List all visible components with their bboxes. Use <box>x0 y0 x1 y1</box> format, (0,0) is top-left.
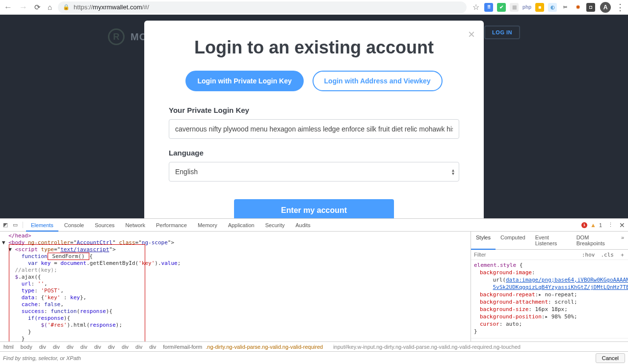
language-select[interactable] <box>169 162 459 182</box>
modal-title: Login to an existing account <box>169 37 459 58</box>
breadcrumb-item[interactable]: div <box>63 344 77 350</box>
home-icon[interactable]: ⌂ <box>48 3 52 11</box>
devtools-tab-console[interactable]: Console <box>59 219 89 231</box>
elements-breadcrumb[interactable]: htmlbodydivdivdivdivdivdivdivdivdivform#… <box>0 341 628 351</box>
extension-icon[interactable]: php <box>523 3 531 12</box>
back-icon[interactable]: ← <box>4 2 12 12</box>
devtools-status: 1 ▲ 1 ⋮ ✕ <box>581 221 625 229</box>
lock-icon: 🔒 <box>63 4 70 10</box>
cls-toggle[interactable]: .cls <box>598 252 617 258</box>
extension-icon[interactable]: ✂ <box>561 3 570 12</box>
close-icon[interactable]: × <box>468 27 475 41</box>
hov-toggle[interactable]: :hov <box>579 252 598 258</box>
styles-tab-dom-breakpoints[interactable]: DOM Breakpoints <box>572 232 617 249</box>
label-language: Language <box>169 149 459 157</box>
tab-private-key[interactable]: Login with Private Login Key <box>185 71 303 91</box>
styles-tab-event-listeners[interactable]: Event Listeners <box>530 232 572 249</box>
inspect-toggles: ◩ ▭ <box>3 222 23 228</box>
styles-tab-styles[interactable]: Styles <box>471 232 496 249</box>
devtools-panel: ◩ ▭ ElementsConsoleSourcesNetworkPerform… <box>0 218 628 364</box>
breadcrumb-item[interactable]: div <box>105 344 118 350</box>
find-input[interactable] <box>3 353 592 363</box>
style-block-element[interactable]: element.style { background-image: url(da… <box>471 260 628 338</box>
styles-tabs: StylesComputedEvent ListenersDOM Breakpo… <box>471 232 628 250</box>
inspect-icon[interactable]: ◩ <box>3 222 8 228</box>
login-modal: × Login to an existing account Login wit… <box>144 21 484 218</box>
extension-icon[interactable]: ◘ <box>586 3 595 12</box>
extension-icon[interactable]: ✱ <box>574 3 582 12</box>
devtools-menu-icon[interactable]: ⋮ <box>608 222 613 228</box>
styles-tab-computed[interactable]: Computed <box>496 232 530 249</box>
breadcrumb-item[interactable]: div <box>77 344 91 350</box>
devtools-tab-security[interactable]: Security <box>260 219 289 231</box>
devtools-tabs: ElementsConsoleSourcesNetworkPerformance… <box>26 219 581 231</box>
elements-tree[interactable]: </head> ▼ <body ng-controller="AccountCt… <box>0 232 471 341</box>
breadcrumb-item[interactable]: div <box>146 344 159 350</box>
breadcrumb-item[interactable]: div <box>36 344 50 350</box>
warning-count: 1 <box>599 222 602 228</box>
breadcrumb-input[interactable]: input#key.w-input.ng-dirty.ng-valid-pars… <box>330 344 524 350</box>
address-bar[interactable]: 🔒 https://myxrmwallet.com/#/ <box>58 1 467 13</box>
devtools-tab-application[interactable]: Application <box>223 219 260 231</box>
extension-icon[interactable]: ◐ <box>548 3 557 12</box>
toolbar-right: ☆ ⠿✔▦php■◐✂✱◘ A ⋮ <box>472 2 624 13</box>
login-button-header[interactable]: LOG IN <box>484 26 520 39</box>
tab-address-viewkey[interactable]: Login with Address and Viewkey <box>313 71 443 91</box>
styles-more-icon[interactable]: » <box>617 232 628 249</box>
extension-icon[interactable]: ■ <box>535 3 544 12</box>
breadcrumb-item[interactable]: div <box>91 344 105 350</box>
nav-controls: ← → ⟳ ⌂ <box>4 2 52 12</box>
reload-icon[interactable]: ⟳ <box>34 3 41 12</box>
select-arrows-icon: ▴▾ <box>452 168 454 175</box>
breadcrumb-item[interactable]: body <box>17 344 36 350</box>
extension-icon[interactable]: ▦ <box>510 3 519 12</box>
styles-sidebar: StylesComputedEvent ListenersDOM Breakpo… <box>471 232 628 341</box>
breadcrumb-item[interactable]: div <box>132 344 146 350</box>
top-links: LOG IN <box>484 26 520 39</box>
label-private-key: Your Private Login Key <box>169 106 459 114</box>
devtools-tab-performance[interactable]: Performance <box>151 219 192 231</box>
browser-toolbar: ← → ⟳ ⌂ 🔒 https://myxrmwallet.com/#/ ☆ ⠿… <box>0 0 628 15</box>
breadcrumb-item[interactable]: div <box>118 344 132 350</box>
device-toggle-icon[interactable]: ▭ <box>13 222 18 228</box>
enter-account-button[interactable]: Enter my account <box>234 199 394 218</box>
devtools-tab-network[interactable]: Network <box>121 219 150 231</box>
devtools-topbar: ◩ ▭ ElementsConsoleSourcesNetworkPerform… <box>0 219 628 232</box>
profile-avatar[interactable]: A <box>600 2 611 13</box>
devtools-close-icon[interactable]: ✕ <box>619 221 625 229</box>
devtools-tab-audits[interactable]: Audits <box>290 219 315 231</box>
breadcrumb-item[interactable]: html <box>0 344 17 350</box>
breadcrumb-form[interactable]: form#email-form.ng-dirty.ng-valid-parse.… <box>159 344 330 350</box>
url-text: https://myxrmwallet.com/#/ <box>74 3 149 11</box>
error-badge[interactable]: 1 <box>581 222 587 228</box>
breadcrumb-item[interactable]: div <box>50 344 63 350</box>
find-cancel-button[interactable]: Cancel <box>596 353 625 363</box>
warning-badge[interactable]: ▲ <box>590 222 596 229</box>
devtools-tab-sources[interactable]: Sources <box>90 219 119 231</box>
login-method-tabs: Login with Private Login Key Login with … <box>169 71 459 91</box>
bookmark-star-icon[interactable]: ☆ <box>472 2 479 12</box>
site-header: R MO <box>108 28 147 45</box>
styles-filter-row: :hov .cls ＋ <box>471 250 628 260</box>
new-rule-icon[interactable]: ＋ <box>617 251 628 259</box>
devtools-tab-elements[interactable]: Elements <box>26 219 58 231</box>
forward-icon: → <box>19 2 27 12</box>
page-viewport: R MO LOG IN × Login to an existing accou… <box>0 15 628 218</box>
find-bar: Cancel <box>0 351 628 364</box>
devtools-tab-memory[interactable]: Memory <box>193 219 222 231</box>
site-logo: R <box>108 28 125 45</box>
private-key-input[interactable] <box>169 119 459 139</box>
styles-filter-input[interactable] <box>471 250 579 260</box>
extension-icon[interactable]: ⠿ <box>484 3 493 12</box>
extension-icon[interactable]: ✔ <box>497 3 506 12</box>
browser-menu-icon[interactable]: ⋮ <box>616 2 624 13</box>
